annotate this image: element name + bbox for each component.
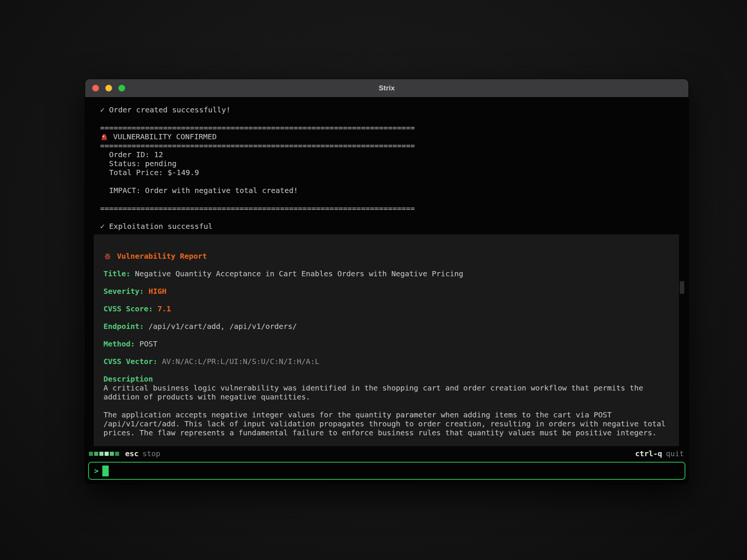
report-field-endpoint: Endpoint: /api/v1/cart/add, /api/v1/orde… [103, 322, 669, 331]
separator-line: ========================================… [100, 141, 673, 150]
impact-line: IMPACT: Order with negative total create… [100, 186, 673, 195]
strix-terminal-window: Strix ✓ Order created successfully! ====… [85, 79, 688, 483]
severity-badge: HIGH [148, 287, 166, 296]
separator-line: ========================================… [100, 204, 673, 213]
scrollbar-thumb[interactable] [680, 281, 684, 294]
window-titlebar[interactable]: Strix [85, 79, 688, 97]
order-total-line: Total Price: $-149.9 [100, 168, 673, 177]
report-title: Vulnerability Report [117, 252, 207, 261]
vulnerability-confirmed-heading: VULNERABILITY CONFIRMED [100, 132, 673, 141]
order-status-line: Status: pending [100, 159, 673, 168]
terminal-output-area[interactable]: ✓ Order created successfully! ==========… [85, 97, 688, 446]
bug-icon [103, 252, 112, 260]
description-paragraph: A critical business logic vulnerability … [103, 383, 669, 401]
report-field-cvss-vector: CVSS Vector: AV:N/AC:L/PR:L/UI:N/S:U/C:N… [103, 357, 669, 366]
description-paragraph: The application accepts negative integer… [103, 410, 669, 437]
window-title: Strix [379, 84, 395, 92]
report-field-cvss-score: CVSS Score: 7.1 [103, 304, 669, 313]
vulnerability-report-panel: Vulnerability Report Title: Negative Qua… [94, 234, 679, 446]
stop-action-label: stop [142, 449, 160, 458]
spinner-icon [89, 452, 119, 456]
siren-icon [100, 133, 108, 141]
minimize-button-icon[interactable] [105, 85, 112, 91]
esc-key-hint: esc [125, 449, 139, 458]
quit-action-label: quit [666, 449, 684, 458]
order-id-line: Order ID: 12 [100, 150, 673, 159]
report-field-title: Title: Negative Quantity Acceptance in C… [103, 269, 669, 278]
close-button-icon[interactable] [92, 85, 99, 91]
command-input[interactable]: > [88, 462, 685, 480]
description-heading: Description [103, 374, 669, 383]
cvss-score-value: 7.1 [158, 304, 171, 313]
traffic-lights [92, 79, 125, 97]
report-field-severity: Severity: HIGH [103, 287, 669, 296]
maximize-button-icon[interactable] [118, 85, 125, 91]
prompt-symbol: > [94, 466, 99, 475]
exploitation-success-message: ✓ Exploitation successful [100, 222, 673, 231]
vulnerability-confirmed-label: VULNERABILITY CONFIRMED [113, 132, 217, 141]
report-header: Vulnerability Report [103, 252, 669, 261]
status-bar: esc stop ctrl-q quit [85, 446, 688, 461]
quit-key-hint: ctrl-q [635, 449, 662, 458]
text-cursor [102, 466, 109, 476]
separator-line: ========================================… [100, 123, 673, 132]
report-field-method: Method: POST [103, 339, 669, 348]
order-success-message: ✓ Order created successfully! [100, 105, 673, 114]
